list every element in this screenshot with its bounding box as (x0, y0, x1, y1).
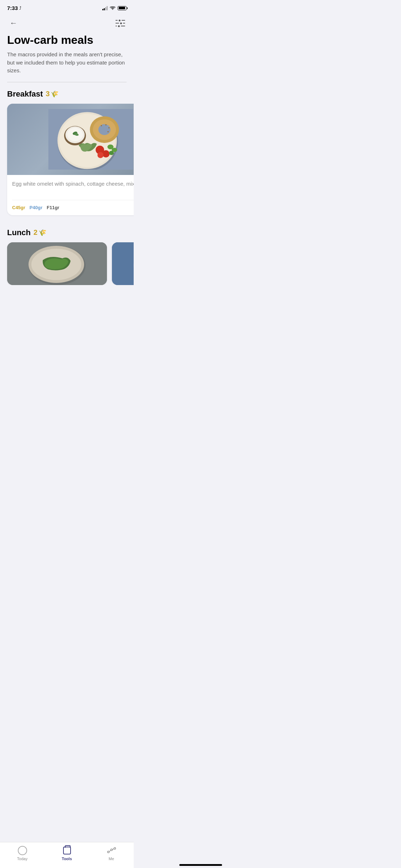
svg-rect-30 (112, 242, 134, 285)
filter-button[interactable] (114, 17, 127, 30)
lunch-image-1 (7, 242, 107, 285)
signal-bar-2 (104, 8, 105, 10)
breakfast-badge: 3 🌾 (46, 90, 58, 98)
lunch-wheat-icon: 🌾 (38, 229, 46, 237)
svg-point-21 (109, 151, 114, 155)
lunch-card-1[interactable] (7, 242, 107, 285)
lunch-badge: 2 🌾 (34, 228, 46, 237)
status-bar: 7:33 ⤴ (0, 0, 134, 14)
sliders-icon (115, 20, 125, 27)
meal-card-1[interactable]: Egg white omelet with spinach, cottage c… (7, 104, 134, 215)
battery-fill (119, 7, 125, 9)
page-header: ← (0, 14, 134, 34)
lunch-card-2[interactable] (112, 242, 134, 285)
slider-row-3 (115, 25, 125, 27)
svg-point-6 (98, 124, 110, 135)
lunch-cards-scroll[interactable] (0, 242, 134, 285)
wheat-icon: 🌾 (51, 90, 58, 98)
time-display: 7:33 (7, 5, 18, 11)
section-divider (7, 82, 127, 82)
macro-protein-1: P40gr (30, 205, 42, 210)
slider-row-2 (115, 22, 125, 24)
status-time: 7:33 ⤴ (7, 5, 21, 11)
breakfast-cards-scroll[interactable]: Egg white omelet with spinach, cottage c… (0, 104, 134, 218)
macro-carbs-1: C45gr (12, 205, 25, 210)
meal-card-1-divider (12, 200, 134, 200)
svg-point-8 (106, 124, 107, 125)
back-arrow-icon: ← (10, 19, 17, 28)
back-button[interactable]: ← (7, 17, 20, 30)
lunch-image-2 (112, 242, 134, 285)
breakfast-section-header: Breakfast 3 🌾 (7, 89, 127, 99)
meal-card-1-macros: C45gr P40gr F11gr → (12, 205, 134, 211)
lunch-section: Lunch 2 🌾 (7, 228, 127, 285)
svg-point-9 (108, 127, 109, 128)
macro-fat-1: F11gr (47, 205, 59, 210)
food-image-1 (7, 104, 134, 175)
battery-icon (118, 6, 127, 10)
meal-card-1-image (7, 104, 134, 175)
page-title: Low-carb meals (7, 34, 127, 46)
signal-bar-4 (107, 6, 108, 10)
lunch-section-header: Lunch 2 🌾 (7, 228, 127, 237)
meal-card-1-name: Egg white omelet with spinach, cottage c… (12, 180, 134, 195)
signal-icon (102, 6, 108, 10)
wifi-icon (110, 6, 115, 10)
location-icon: ⤴ (19, 6, 21, 11)
svg-point-18 (98, 152, 104, 158)
svg-point-7 (101, 125, 102, 126)
breakfast-count: 3 (46, 90, 50, 98)
page-description: The macros provided in the meals aren't … (7, 51, 127, 75)
svg-point-17 (102, 150, 109, 157)
breakfast-title: Breakfast (7, 89, 43, 99)
signal-bar-3 (105, 7, 106, 10)
lunch-count: 2 (34, 228, 37, 237)
slider-row-1 (115, 20, 125, 21)
svg-point-10 (108, 131, 109, 132)
meal-card-1-body: Egg white omelet with spinach, cottage c… (7, 175, 134, 215)
status-icons (102, 6, 127, 10)
main-content: Low-carb meals The macros provided in th… (0, 34, 134, 285)
lunch-title: Lunch (7, 228, 31, 237)
signal-bar-1 (102, 9, 103, 10)
